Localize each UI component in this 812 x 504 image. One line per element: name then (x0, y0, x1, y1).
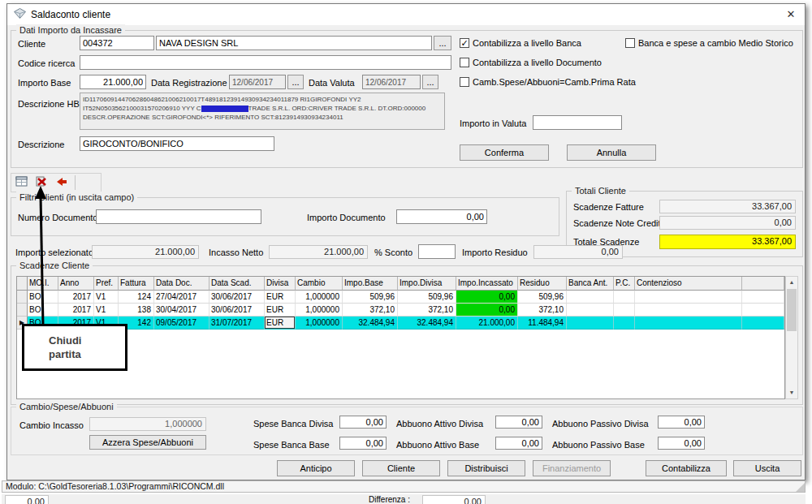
group-dati-importo: Dati Importo da Incassare Cliente ... ✓ … (11, 30, 803, 168)
descrizione-hb-box: ID1170609144706286048621006210017T489181… (80, 93, 445, 130)
hb-line3: DESCR.OPERAZIONE SCT:GIROFONDI<*> RIFERI… (83, 113, 442, 122)
close-icon[interactable]: ✕ (777, 4, 805, 25)
group-legend: Totali Cliente (572, 185, 629, 196)
uscita-button[interactable]: Uscita (733, 460, 801, 476)
grid-vertical-scrollbar[interactable]: ▲ ▼ (785, 276, 798, 399)
column-header[interactable]: Cambio (296, 277, 343, 291)
cliente-code-field[interactable] (80, 36, 154, 50)
column-header[interactable]: Anno (58, 277, 94, 291)
importo-documento-field[interactable] (396, 209, 487, 224)
back-arrow-icon[interactable] (53, 174, 72, 192)
grid-cell (635, 291, 742, 304)
grid-cell: 2017 (58, 304, 94, 317)
column-header[interactable]: Data Doc. (154, 277, 209, 291)
grid-cell: 1,000000 (296, 317, 343, 330)
sconto-field[interactable] (418, 244, 456, 259)
grid-icon[interactable] (14, 174, 33, 192)
importo-selezionato-label: Importo selezionato (15, 248, 93, 257)
abbuono-attivo-base-field[interactable] (495, 437, 542, 450)
checkbox-medio-storico[interactable]: Banca e spese a cambio Medio Storico (625, 38, 793, 48)
chiudi-partita-icon[interactable] (33, 174, 53, 192)
descrizione-label: Descrizione (18, 140, 64, 149)
column-header[interactable]: Impo.Divisa (398, 277, 456, 291)
cambio-incasso-value[interactable]: 1,000000 (89, 417, 206, 431)
anticipo-button[interactable]: Anticipo (277, 460, 355, 476)
grid-cell: 509,96 (518, 291, 567, 304)
checkbox-camb-spese[interactable]: Camb.Spese/Abbuoni=Camb.Prima Rata (460, 77, 636, 87)
column-header[interactable]: Data Scad. (209, 277, 265, 291)
cliente-name-field[interactable] (156, 36, 432, 50)
grid-cell: EUR (265, 304, 296, 317)
grid-cell (567, 304, 614, 317)
title-bar[interactable]: Saldaconto cliente ✕ (7, 4, 805, 25)
scroll-down-icon[interactable]: ▼ (786, 387, 797, 398)
finanziamento-button[interactable]: Finanziamento (533, 460, 611, 476)
data-registrazione-label: Data Registrazione (151, 78, 227, 88)
scadenze-fatture-value: 33.367,00 (659, 200, 796, 213)
grid-row[interactable]: BO2017V112427/04/201730/06/2017EUR1,0000… (17, 291, 784, 304)
spese-banca-base-label: Spese Banca Base (253, 440, 330, 450)
cambio-incasso-label: Cambio Incasso (19, 420, 84, 430)
column-header[interactable]: Divisa (265, 277, 296, 291)
resize-grip-icon[interactable] (796, 483, 805, 492)
grid-cell (567, 317, 614, 330)
importo-base-field[interactable] (80, 75, 146, 89)
column-header[interactable]: Impo.Base (343, 277, 398, 291)
column-header[interactable]: Contenzioso (635, 277, 742, 291)
grid-cell: 21.000,00 (456, 317, 518, 330)
grid-row[interactable]: BO2017V113830/04/201730/06/2017EUR1,0000… (17, 304, 784, 317)
conferma-button[interactable]: Conferma (460, 144, 549, 161)
row-selector (17, 291, 28, 304)
window-title: Saldaconto cliente (31, 9, 110, 20)
column-header[interactable]: P.C. (614, 277, 635, 291)
data-valuta-field[interactable] (362, 75, 421, 89)
grid-cell: 372,10 (398, 304, 456, 317)
grid-cell: 0,00 (456, 304, 518, 317)
grid-cell (635, 304, 742, 317)
distribuisci-button[interactable]: Distribuisci (447, 460, 525, 476)
column-header[interactable]: Residuo (518, 277, 567, 291)
scrollbar-thumb[interactable] (787, 289, 797, 331)
differenza-label: Differenza : (369, 495, 410, 504)
spese-banca-base-field[interactable] (339, 437, 387, 450)
column-header[interactable]: Pref. (94, 277, 119, 291)
column-header[interactable]: Impo.Incassato (456, 277, 518, 291)
grid-cell: 2017 (58, 291, 94, 304)
data-registrazione-field[interactable] (229, 75, 286, 89)
group-legend: Cambio/Spese/Abbuoni (16, 401, 117, 412)
grid-cell: BO (28, 291, 58, 304)
importo-documento-label: Importo Documento (307, 213, 386, 222)
contabilizza-button[interactable]: Contabilizza (646, 460, 727, 476)
azzera-spese-button[interactable]: Azzera Spese/Abbuoni (89, 435, 206, 450)
abbuono-attivo-divisa-label: Abbuono Attivo Divisa (396, 419, 483, 429)
numero-documento-field[interactable] (96, 209, 261, 224)
checkbox-contabilizza-documento[interactable]: Contabilizza a livello Documento (460, 58, 602, 67)
checkbox-contabilizza-banca[interactable]: ✓ Contabilizza a livello Banca (460, 38, 581, 48)
grid-cell: 32.484,94 (343, 317, 398, 330)
grid-cell-filler (742, 304, 784, 317)
grid-row[interactable]: ▶BO2017V114209/05/201731/07/2017EUR1,000… (17, 317, 784, 330)
grid-cell (635, 317, 742, 330)
cliente-button[interactable]: Cliente (362, 460, 440, 476)
data-registrazione-browse-button[interactable]: ... (287, 75, 304, 89)
abbuono-passivo-divisa-field[interactable] (658, 416, 705, 429)
annulla-button[interactable]: Annulla (567, 144, 656, 161)
grid-cell-filler (742, 291, 784, 304)
codice-ricerca-field[interactable] (80, 55, 451, 70)
column-header[interactable]: MO.I. (28, 277, 58, 291)
abbuono-attivo-divisa-field[interactable] (495, 416, 542, 429)
descrizione-field[interactable] (80, 136, 274, 151)
saldaconto-dialog: Saldaconto cliente ✕ Dati Importo da Inc… (6, 3, 806, 480)
data-valuta-browse-button[interactable]: ... (422, 75, 438, 89)
spese-banca-divisa-field[interactable] (339, 416, 387, 429)
abbuono-passivo-base-field[interactable] (658, 437, 705, 450)
grid-cell: 31/07/2017 (209, 317, 265, 330)
group-legend: Dati Importo da Incassare (16, 24, 125, 36)
importo-in-valuta-field[interactable] (533, 115, 622, 130)
column-header[interactable]: Fattura (119, 277, 154, 291)
scroll-up-icon[interactable]: ▲ (786, 277, 797, 288)
cliente-browse-button[interactable]: ... (434, 36, 451, 50)
grid-cell (614, 291, 635, 304)
column-header[interactable]: Banca Ant. (567, 277, 614, 291)
scadenze-fatture-label: Scadenze Fatture (573, 202, 644, 212)
